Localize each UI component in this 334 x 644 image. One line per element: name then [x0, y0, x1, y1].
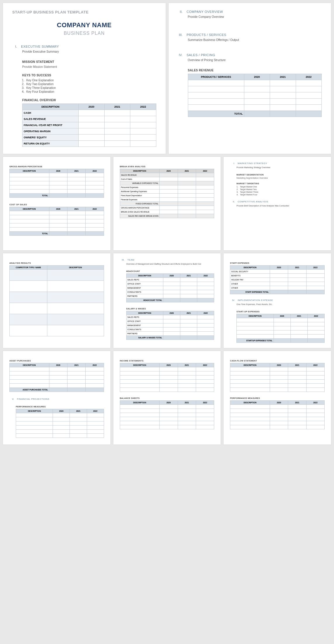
section-fin-proj: V.FINANCIAL PROJECTIONS: [9, 398, 104, 400]
template-title: START-UP BUSINESS PLAN TEMPLATE: [12, 10, 156, 14]
pm-table: DESCRIPTION202020212022: [16, 409, 104, 438]
section-exec-summary: I. EXECUTIVE SUMMARY: [12, 45, 156, 48]
hc-head: HEADCOUNT: [126, 270, 214, 272]
ap-table: DESCRIPTION202020212022 ASSET PURCHASES …: [9, 363, 104, 392]
cos-table: DESCRIPTION202020212022 TOTAL: [9, 207, 104, 236]
ar-table: COMPETITOR TYPE / NAMEDESCRIPTION: [9, 265, 104, 336]
keys-head: KEYS TO SUCCESS: [22, 74, 156, 77]
pm-head: PERFORMANCE MEASURES: [16, 406, 104, 408]
page-3: GROSS-MARGIN PERCENTAGE DESCRIPTION20202…: [3, 157, 110, 250]
sw-table: DESCRIPTION202020212022 SALES REPS OFFIC…: [126, 311, 214, 340]
bea-table: DESCRIPTION202020212022 SALES REVENUE Co…: [120, 169, 214, 218]
section-competitive: II.COMPETITIVE ANALYSIS: [230, 200, 325, 203]
se-head: STAFF EXPENSES: [230, 262, 325, 264]
cf-table: DESCRIPTION202020212022: [230, 363, 325, 392]
section-company-overview: II.COMPANY OVERVIEW: [178, 10, 322, 13]
page-10: INCOME STATEMENTS DESCRIPTION20202021202…: [113, 351, 221, 445]
pm2-head: PERFORMANCE MEASURES: [230, 397, 325, 399]
tgt-list: Target Market One Target Market Two Targ…: [239, 186, 325, 196]
ap-head: ASSET PURCHASES: [9, 360, 104, 362]
sales-revenue-head: SALES REVENUE: [188, 69, 322, 72]
page-2: II.COMPANY OVERVIEW Provide Company Over…: [169, 3, 331, 154]
pm2-table: DESCRIPTION202020212022: [230, 400, 325, 429]
su-head: START-UP EXPENSES: [236, 311, 325, 313]
cos-head: COST OF SALES: [9, 204, 104, 206]
doc-subtitle: BUSINESS PLAN: [12, 31, 156, 36]
fin-overview-head: FINANCIAL OVERVIEW: [22, 99, 156, 102]
mission-head: MISSION STATEMENT: [22, 60, 156, 63]
sw-head: SALARY & WAGES: [126, 308, 214, 310]
cf-head: CASH-FLOW STATEMENT: [230, 360, 325, 362]
page-4: BREAK-EVEN ANALYSIS DESCRIPTION202020212…: [113, 157, 221, 250]
bs-table: DESCRIPTION202020212022: [120, 400, 214, 429]
is-table: DESCRIPTION202020212022: [120, 363, 214, 392]
page-5: I.MARKETING STRATEGY Provide Marketing S…: [224, 157, 331, 250]
sales-revenue-table: PRODUCTS / SERVICES202020212022 TOTAL: [188, 74, 322, 117]
page-8: STAFF EXPENSES DESCRIPTION202020212022 S…: [224, 253, 331, 348]
page-11: CASH-FLOW STATEMENT DESCRIPTION202020212…: [224, 351, 331, 445]
su-table: DESCRIPTION202020212022 STARTUP EXPENSES…: [236, 314, 325, 343]
bea-head: BREAK-EVEN ANALYSIS: [120, 166, 214, 168]
page-9: ASSET PURCHASES DESCRIPTION202020212022 …: [3, 351, 110, 445]
is-head: INCOME STATEMENTS: [120, 360, 214, 362]
tgt-head: MARKET TARGETING: [236, 182, 325, 185]
gmp-table: DESCRIPTION202020212022 TOTAL: [9, 169, 104, 198]
section-marketing: I.MARKETING STRATEGY: [230, 162, 325, 165]
ar-head: ANALYSIS RESULTS: [9, 262, 104, 264]
keys-list: Key One Explanation Key Two Explanation …: [25, 79, 156, 93]
se-table: DESCRIPTION202020212022 SOCIAL SECURITY …: [230, 265, 325, 294]
section-team: III.TEAM: [120, 259, 214, 261]
page-6: ANALYSIS RESULTS COMPETITOR TYPE / NAMED…: [3, 253, 110, 348]
gmp-head: GROSS-MARGIN PERCENTAGE: [9, 166, 104, 168]
section-impl-expense: IV.IMPLEMENTATION EXPENSE: [230, 299, 325, 302]
section-products-services: III.PRODUCTS / SERVICES: [178, 33, 322, 37]
seg-head: MARKET SEGMENTATION: [236, 174, 325, 176]
fin-overview-table: DESCRIPTION202020212022 CASH SALES REVEN…: [22, 104, 156, 147]
hc-table: DESCRIPTION202020212022 SALES REPS OFFIC…: [126, 273, 214, 302]
page-7: III.TEAM Overview of Management and Staf…: [113, 253, 221, 348]
company-name: COMPANY NAME: [12, 21, 156, 29]
bs-head: BALANCE SHEETS: [120, 397, 214, 399]
section-sales-pricing: IV.SALES / PRICING: [178, 53, 322, 57]
page-1: START-UP BUSINESS PLAN TEMPLATE COMPANY …: [3, 3, 166, 154]
